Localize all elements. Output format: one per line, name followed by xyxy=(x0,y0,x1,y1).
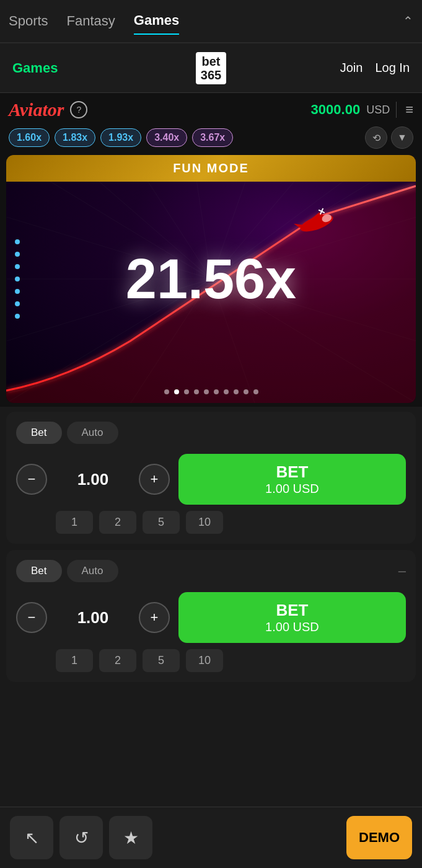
nav-games[interactable]: Games xyxy=(134,7,179,35)
bottom-toolbar: ↖ ↺ ★ DEMO xyxy=(0,807,422,868)
airplane-icon: ✕ xyxy=(292,205,341,249)
aviator-header: Aviator ? 3000.00 USD ≡ xyxy=(6,99,416,120)
balance-amount: 3000.00 xyxy=(311,102,361,118)
refresh-icon: ↺ xyxy=(74,828,89,848)
bet-tab-auto-2[interactable]: Auto xyxy=(67,560,118,582)
bet-action-amount-2: 1.00 USD xyxy=(185,620,400,634)
quick-amount-2-1[interactable]: 1 xyxy=(56,649,93,672)
bet-panels: Bet Auto − 1.00 + BET 1.00 USD 1 2 5 10 … xyxy=(0,407,422,687)
star-icon: ★ xyxy=(123,828,139,848)
header-games-label: Games xyxy=(12,60,145,76)
quick-amount-2-4[interactable]: 10 xyxy=(186,649,223,672)
dropdown-button[interactable]: ▼ xyxy=(391,126,413,149)
chevron-up-icon[interactable]: ⌃ xyxy=(403,14,413,29)
join-button[interactable]: Join xyxy=(340,61,363,75)
bet-controls-1: − 1.00 + BET 1.00 USD xyxy=(16,454,406,505)
bet-action-label-1: BET xyxy=(185,463,400,482)
login-button[interactable]: Log In xyxy=(375,61,410,75)
canvas-dot xyxy=(204,389,209,394)
bet-panel-2: Bet Auto – − 1.00 + BET 1.00 USD 1 2 5 1… xyxy=(6,550,416,682)
bet-amount-value-1: 1.00 xyxy=(47,470,139,489)
canvas-dot xyxy=(244,389,248,394)
quick-amounts-2: 1 2 5 10 xyxy=(16,649,406,672)
bet-tabs-1: Bet Auto xyxy=(16,422,406,444)
back-button[interactable]: ↖ xyxy=(10,816,53,859)
help-button[interactable]: ? xyxy=(70,101,87,118)
nav-sports[interactable]: Sports xyxy=(9,8,48,34)
multiplier-badge-2[interactable]: 1.93x xyxy=(100,128,141,147)
canvas-dots xyxy=(164,389,258,394)
nav-fantasy[interactable]: Fantasy xyxy=(67,8,115,34)
quick-amount-2-3[interactable]: 5 xyxy=(143,649,180,672)
logo-text: bet365 xyxy=(201,55,221,82)
quick-amount-2-2[interactable]: 2 xyxy=(99,649,136,672)
bet365-logo[interactable]: bet365 xyxy=(196,52,226,84)
bet-tab-auto-1[interactable]: Auto xyxy=(67,422,118,444)
header-actions: Join Log In xyxy=(277,61,410,75)
bet-increase-button-2[interactable]: + xyxy=(139,602,170,633)
game-area: Aviator ? 3000.00 USD ≡ 1.60x 1.83x 1.93… xyxy=(0,93,422,407)
canvas-dot xyxy=(184,389,189,394)
game-visual: ✕ 21.56x xyxy=(6,155,416,403)
bet-amount-control-2: − 1.00 + xyxy=(16,602,170,633)
canvas-dot xyxy=(253,389,258,394)
multiplier-badge-3[interactable]: 3.40x xyxy=(146,128,187,147)
quick-amount-1-1[interactable]: 1 xyxy=(56,511,93,534)
history-controls: ⟲ ▼ xyxy=(365,126,413,149)
multiplier-badge-4[interactable]: 3.67x xyxy=(192,128,233,147)
multiplier-row: 1.60x 1.83x 1.93x 3.40x 3.67x ⟲ ▼ xyxy=(6,126,416,149)
aviator-title: Aviator xyxy=(9,99,64,120)
quick-amount-1-2[interactable]: 2 xyxy=(99,511,136,534)
canvas-dot xyxy=(234,389,239,394)
canvas-dot xyxy=(224,389,229,394)
back-icon: ↖ xyxy=(25,828,39,848)
canvas-dot xyxy=(174,389,179,394)
bet-tab-bet-2[interactable]: Bet xyxy=(16,560,62,582)
bet-controls-2: − 1.00 + BET 1.00 USD xyxy=(16,592,406,643)
favorite-button[interactable]: ★ xyxy=(109,816,152,859)
quick-amount-1-3[interactable]: 5 xyxy=(143,511,180,534)
aviator-balance: 3000.00 USD ≡ xyxy=(311,102,413,118)
hamburger-menu-icon[interactable]: ≡ xyxy=(396,102,413,118)
quick-amount-1-4[interactable]: 10 xyxy=(186,511,223,534)
bet-decrease-button-2[interactable]: − xyxy=(16,602,47,633)
balance-currency: USD xyxy=(366,104,390,117)
bet-action-label-2: BET xyxy=(185,601,400,620)
bet-action-button-1[interactable]: BET 1.00 USD xyxy=(178,454,406,505)
bet-amount-control-1: − 1.00 + xyxy=(16,464,170,495)
bet-increase-button-1[interactable]: + xyxy=(139,464,170,495)
top-nav: Sports Fantasy Games ⌃ xyxy=(0,0,422,43)
bet-action-amount-1: 1.00 USD xyxy=(185,482,400,496)
canvas-dot xyxy=(164,389,169,394)
game-multiplier-display: 21.56x xyxy=(126,247,296,311)
bet-action-button-2[interactable]: BET 1.00 USD xyxy=(178,592,406,643)
refresh-button[interactable]: ↺ xyxy=(59,816,103,859)
bet-decrease-button-1[interactable]: − xyxy=(16,464,47,495)
bet-panel-1: Bet Auto − 1.00 + BET 1.00 USD 1 2 5 10 xyxy=(6,412,416,544)
canvas-dot xyxy=(214,389,219,394)
bet-tab-bet-1[interactable]: Bet xyxy=(16,422,62,444)
aviator-logo: Aviator ? xyxy=(9,99,87,120)
bet-tabs-2: Bet Auto – xyxy=(16,560,406,582)
canvas-dot xyxy=(194,389,199,394)
game-canvas: FUN MODE xyxy=(6,155,416,403)
demo-button[interactable]: DEMO xyxy=(346,816,412,859)
history-button[interactable]: ⟲ xyxy=(365,126,387,149)
bet-amount-value-2: 1.00 xyxy=(47,608,139,627)
quick-amounts-1: 1 2 5 10 xyxy=(16,511,406,534)
multiplier-badge-1[interactable]: 1.83x xyxy=(55,128,95,147)
header-logo: bet365 xyxy=(145,52,278,84)
multiplier-badge-0[interactable]: 1.60x xyxy=(9,128,50,147)
panel-minimize-icon[interactable]: – xyxy=(398,563,406,579)
fun-mode-banner: FUN MODE xyxy=(6,155,416,182)
header: Games bet365 Join Log In xyxy=(0,43,422,93)
